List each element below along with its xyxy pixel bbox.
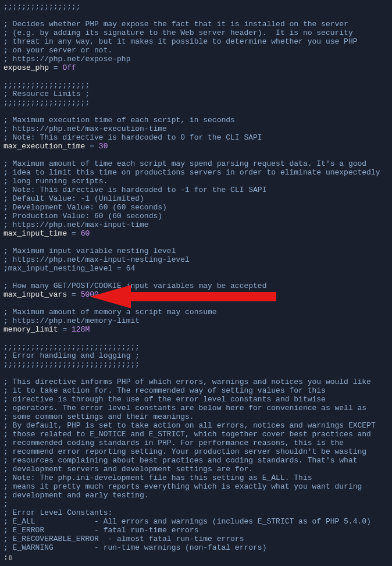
command-colon: : [3, 553, 8, 562]
comment-line: ; threat in any way, but it makes it pos… [3, 37, 389, 46]
comment-line: ; https://php.net/max-execution-time [3, 124, 389, 133]
comment-line: ; means it pretty much reports everythin… [3, 482, 389, 491]
blank-line [3, 334, 389, 343]
directive-line-highlighted: max_input_vars = 5000 [3, 290, 389, 299]
comment-line: ; Note: This directive is hardcoded to 0… [3, 133, 389, 142]
comment-line: ; Resource Limits ; [3, 90, 389, 98]
directive-equals: = [67, 229, 80, 238]
cursor-icon: ▯ [8, 553, 13, 562]
comment-line: ;;;;;;;;;;;;;;;;;;; [3, 81, 389, 90]
comment-line: ; https://php.net/memory-limit [3, 316, 389, 325]
blank-line [3, 11, 389, 20]
comment-line: ; (e.g. by adding its signature to the W… [3, 29, 389, 37]
comment-line: ; some common settings and their meaning… [3, 412, 389, 421]
comment-line: ; recommended coding standards in PHP. F… [3, 439, 389, 447]
comment-line: ; those related to E_NOTICE and E_STRICT… [3, 430, 389, 439]
comment-line: ; Maximum execution time of each script,… [3, 116, 389, 124]
comment-line: ; [3, 500, 389, 508]
comment-line: ; Maximum amount of memory a script may … [3, 308, 389, 316]
blank-line [3, 72, 389, 81]
comment-line: ; This directive informs PHP of which er… [3, 378, 389, 386]
directive-key: expose_php [3, 63, 49, 72]
comment-line: ; Note: The php.ini-development file has… [3, 474, 389, 482]
comment-line: ; recommend error reporting setting. You… [3, 447, 389, 456]
blank-line [3, 299, 389, 308]
directive-line: max_input_time = 60 [3, 229, 389, 238]
comment-line: ; Production Value: 60 (60 seconds) [3, 212, 389, 220]
directive-equals: = [58, 325, 72, 334]
comment-line: ; By default, PHP is set to take action … [3, 421, 389, 430]
comment-line: ; Default Value: -1 (Unlimited) [3, 194, 389, 203]
comment-line: ; Error handling and logging ; [3, 351, 389, 360]
command-line[interactable]: :▯ [3, 553, 389, 562]
directive-value: 5000 [81, 290, 99, 299]
comment-line: ; Decides whether PHP may expose the fac… [3, 20, 389, 29]
comment-line: ; resources complaining about best pract… [3, 456, 389, 465]
comment-line: ; it to take action for. The recommended… [3, 386, 389, 395]
blank-line [3, 151, 389, 159]
directive-line: max_execution_time = 30 [3, 142, 389, 151]
comment-line: ; https://php.net/expose-php [3, 55, 389, 63]
directive-value: 60 [81, 229, 90, 238]
comment-line: ;;;;;;;;;;;;;;;;; [3, 2, 389, 11]
directive-value: 30 [99, 142, 108, 151]
directive-equals: = [67, 290, 80, 299]
comment-line: ; Note: This directive is hardcoded to -… [3, 186, 389, 194]
directive-value: Off [62, 63, 76, 72]
directive-equals: = [49, 63, 62, 72]
comment-line: ; E_RECOVERABLE_ERROR - almost fatal run… [3, 535, 389, 543]
comment-line: ; development and early testing. [3, 491, 389, 500]
blank-line [3, 238, 389, 247]
comment-line: ; operators. The error level constants a… [3, 404, 389, 412]
comment-line: ; Error Level Constants: [3, 508, 389, 517]
directive-value: 128M [72, 325, 90, 334]
comment-line: ;;;;;;;;;;;;;;;;;;;;;;;;;;;;;; [3, 360, 389, 369]
comment-line: ; on your server or not. [3, 46, 389, 55]
comment-line: ; How many GET/POST/COOKIE input variabl… [3, 282, 389, 290]
directive-key: max_execution_time [3, 142, 85, 151]
directive-key: memory_limit [3, 325, 58, 334]
comment-line: ; https://php.net/max-input-time [3, 220, 389, 229]
comment-line: ; long running scripts. [3, 177, 389, 186]
comment-line: ;;;;;;;;;;;;;;;;;;;;;;;;;;;;;; [3, 343, 389, 351]
comment-line: ; https://php.net/max-input-nesting-leve… [3, 255, 389, 264]
comment-line: ; E_WARNING - run-time warnings (non-fat… [3, 543, 389, 552]
comment-line: ; directive is through the use of the er… [3, 395, 389, 404]
blank-line [3, 273, 389, 282]
directive-equals: = [85, 142, 98, 151]
directive-line: expose_php = Off [3, 63, 389, 72]
comment-line: ; E_ERROR - fatal run-time errors [3, 526, 389, 535]
comment-line: ; Maximum amount of time each script may… [3, 159, 389, 168]
editor-viewport[interactable]: ;;;;;;;;;;;;;;;;; ; Decides whether PHP … [3, 2, 389, 562]
comment-line: ; development servers and development se… [3, 465, 389, 474]
blank-line [3, 107, 389, 116]
comment-line: ;;;;;;;;;;;;;;;;;;; [3, 98, 389, 107]
comment-line: ; Development Value: 60 (60 seconds) [3, 203, 389, 212]
blank-line [3, 369, 389, 378]
comment-line: ; E_ALL - All errors and warnings (inclu… [3, 517, 389, 526]
directive-key: max_input_time [3, 229, 67, 238]
directive-key: max_input_vars [3, 290, 67, 299]
directive-line: memory_limit = 128M [3, 325, 389, 334]
comment-line: ; idea to limit this time on productions… [3, 168, 389, 177]
comment-line: ;max_input_nesting_level = 64 [3, 264, 389, 273]
comment-line: ; Maximum input variable nesting level [3, 247, 389, 255]
